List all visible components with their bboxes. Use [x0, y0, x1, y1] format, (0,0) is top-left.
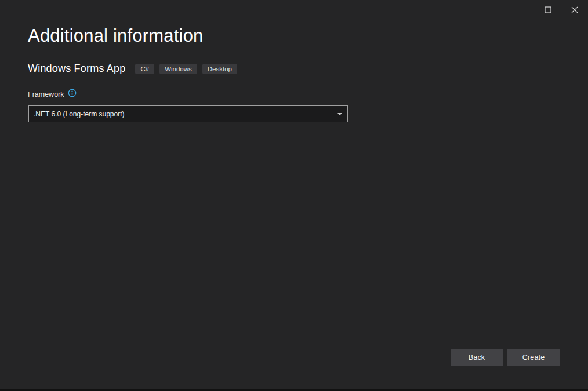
footer-buttons: Back Create — [451, 349, 560, 366]
page-title: Additional information — [28, 25, 204, 46]
close-button[interactable] — [561, 0, 588, 20]
framework-label: Framework — [28, 90, 64, 98]
titlebar — [0, 0, 588, 20]
maximize-button[interactable] — [535, 0, 561, 20]
close-icon — [571, 6, 578, 13]
back-button[interactable]: Back — [451, 349, 503, 366]
framework-dropdown[interactable]: .NET 6.0 (Long-term support) — [28, 105, 348, 122]
project-type-name: Windows Forms App — [28, 63, 125, 75]
tag-csharp: C# — [135, 64, 154, 74]
chevron-down-icon — [337, 113, 342, 115]
maximize-icon — [545, 6, 551, 13]
project-row: Windows Forms App C# Windows Desktop — [28, 63, 242, 75]
info-icon[interactable] — [68, 89, 77, 100]
additional-information-dialog: Additional information Windows Forms App… — [0, 0, 588, 391]
tag-desktop: Desktop — [202, 64, 237, 74]
framework-row: Framework — [28, 89, 77, 100]
tag-windows: Windows — [159, 64, 197, 74]
create-button[interactable]: Create — [507, 349, 560, 366]
framework-dropdown-value: .NET 6.0 (Long-term support) — [29, 110, 337, 118]
titlebar-controls — [535, 0, 588, 20]
